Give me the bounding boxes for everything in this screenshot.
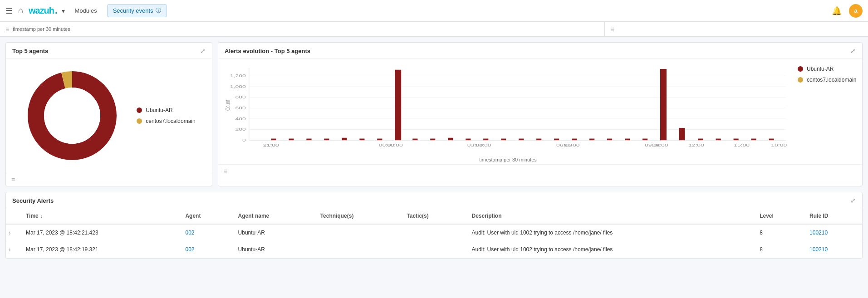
info-icon[interactable]: ⓘ [156,7,161,15]
col-expand [6,208,20,224]
legend-item-centos: centos7.localdomain [137,118,195,124]
svg-rect-39 [607,139,612,141]
top-strip-left: ≡ timestamp per 30 minutes [0,22,605,36]
bar-chart-svg: 0 200 400 600 800 1,000 1,200 Count [224,64,792,155]
svg-rect-42 [660,69,667,140]
sort-arrow-icon: ↓ [40,213,43,219]
bar-chart-content: 0 200 400 600 800 1,000 1,200 Count [218,59,862,164]
top-strip: ≡ timestamp per 30 minutes ≡ [0,22,868,37]
svg-text:03:00: 03:00 [467,142,483,147]
col-description[interactable]: Description [466,208,754,224]
cell-description: Audit: User with uid 1002 trying to acce… [466,241,754,258]
svg-text:1,200: 1,200 [230,73,246,78]
top5-agents-list-icon[interactable]: ≡ [11,176,15,183]
charts-row: Top 5 agents ⤢ Ubuntu-AR [0,37,868,192]
svg-rect-22 [306,139,311,141]
svg-rect-34 [519,139,524,141]
top5-agents-footer: ≡ [6,173,212,186]
svg-rect-46 [734,139,739,141]
alerts-expand-icon[interactable]: ⤢ [850,197,856,204]
svg-rect-35 [536,139,541,141]
top5-agents-expand-icon[interactable]: ⤢ [200,47,206,54]
top-navigation: ☰ ⌂ wazuh. ▾ Modules Security events ⓘ 🔔… [0,0,868,22]
alerts-evolution-expand-icon[interactable]: ⤢ [850,47,856,54]
list-icon-right[interactable]: ≡ [610,25,614,33]
alerts-evolution-footer: ≡ [218,164,862,177]
modules-tab[interactable]: Modules [69,5,103,17]
cell-agent[interactable]: 002 [179,241,231,258]
col-tactics[interactable]: Tactic(s) [400,208,465,224]
svg-text:0: 0 [242,137,246,142]
alerts-table: Time ↓ Agent Agent name Technique(s) Tac… [6,208,862,258]
legend-label-ubuntu: Ubuntu-AR [146,107,172,113]
svg-rect-20 [271,139,276,141]
nav-chevron-icon[interactable]: ▾ [62,7,65,15]
alerts-evolution-header: Alerts evolution - Top 5 agents ⤢ [218,43,862,59]
svg-rect-41 [642,139,647,141]
cell-rule-id[interactable]: 100210 [803,224,862,241]
list-icon-left[interactable]: ≡ [5,25,9,33]
svg-text:1,000: 1,000 [230,84,246,88]
top5-agents-title: Top 5 agents [12,48,48,54]
svg-text:12:00: 12:00 [688,142,704,147]
svg-text:09:00: 09:00 [645,142,661,147]
legend-item-ubuntu: Ubuntu-AR [137,107,195,113]
svg-rect-25 [359,139,364,141]
row-expand-icon[interactable]: › [6,241,20,258]
svg-rect-21 [289,139,294,141]
cell-rule-id[interactable]: 100210 [803,241,862,258]
notifications-icon[interactable]: 🔔 [832,6,842,16]
alerts-evolution-list-icon[interactable]: ≡ [224,167,227,175]
cell-agent-name: Ubuntu-AR [232,224,314,241]
svg-text:18:00: 18:00 [771,142,787,147]
alerts-title: Security Alerts [12,197,54,204]
bar-legend-dot-ubuntu [798,66,803,72]
cell-level: 8 [753,241,803,258]
svg-rect-37 [572,139,577,141]
donut-chart [22,66,122,166]
col-agent-name[interactable]: Agent name [232,208,314,224]
svg-rect-36 [554,139,559,141]
svg-rect-23 [324,139,329,141]
svg-text:06:00: 06:00 [556,142,572,147]
menu-icon[interactable]: ☰ [5,6,13,16]
svg-rect-27 [395,70,401,140]
security-events-tab[interactable]: Security events ⓘ [107,4,167,17]
svg-rect-33 [501,139,506,141]
bar-legend-label-ubuntu: Ubuntu-AR [807,66,834,72]
svg-rect-31 [466,139,471,141]
svg-rect-43 [679,128,685,140]
svg-text:21:00: 21:00 [263,142,279,147]
svg-rect-48 [769,139,774,141]
svg-rect-38 [589,139,594,141]
svg-text:200: 200 [235,127,246,132]
legend-dot-centos [137,118,142,124]
table-row: › Mar 17, 2023 @ 18:42:19.321 002 Ubuntu… [6,241,862,258]
table-row: › Mar 17, 2023 @ 18:42:21.423 002 Ubuntu… [6,224,862,241]
col-agent[interactable]: Agent [179,208,231,224]
svg-rect-30 [448,138,453,140]
cell-techniques [314,241,401,258]
top5-agents-panel: Top 5 agents ⤢ Ubuntu-AR [5,42,212,186]
cell-time: Mar 17, 2023 @ 18:42:19.321 [20,241,179,258]
svg-text:Count: Count [224,99,231,111]
col-time[interactable]: Time ↓ [20,208,179,224]
cell-agent-name: Ubuntu-AR [232,241,314,258]
col-rule-id[interactable]: Rule ID [803,208,862,224]
cell-level: 8 [753,224,803,241]
alerts-table-wrap: Time ↓ Agent Agent name Technique(s) Tac… [6,208,862,258]
logo-dot: . [55,5,57,16]
svg-rect-26 [377,139,382,141]
row-expand-icon[interactable]: › [6,224,20,241]
alerts-evolution-title: Alerts evolution - Top 5 agents [225,48,310,54]
col-techniques[interactable]: Technique(s) [314,208,401,224]
svg-rect-28 [412,139,417,141]
home-icon[interactable]: ⌂ [18,6,23,15]
bar-legend-item-ubuntu: Ubuntu-AR [798,66,857,72]
alerts-evolution-legend: Ubuntu-AR centos7.localdomain [798,64,857,162]
svg-text:15:00: 15:00 [734,142,750,147]
svg-rect-40 [625,139,630,141]
cell-agent[interactable]: 002 [179,224,231,241]
col-level[interactable]: Level [753,208,803,224]
avatar[interactable]: a [849,4,863,18]
